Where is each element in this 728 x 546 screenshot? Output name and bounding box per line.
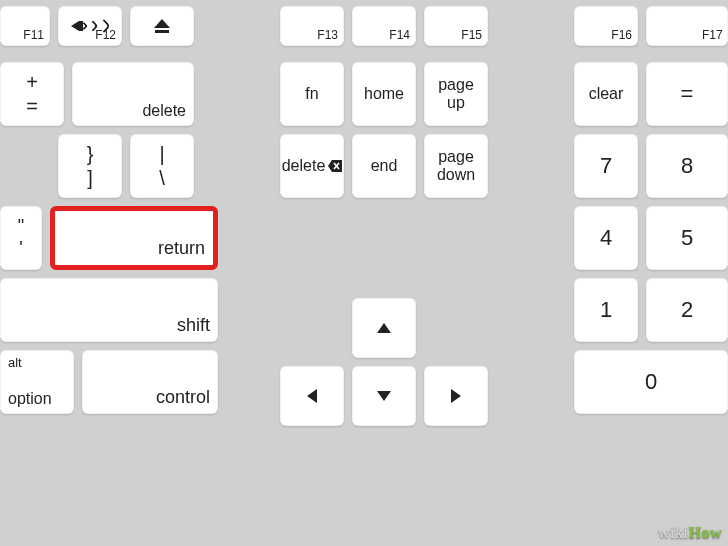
arrow-left-icon (280, 366, 344, 426)
key-label: delete (280, 134, 344, 198)
key-control[interactable]: control (82, 350, 218, 414)
label-bottom: up (447, 94, 465, 112)
key-label-stack: } ] (58, 134, 122, 198)
key-label: fn (280, 62, 344, 126)
key-label: 1 (574, 278, 638, 342)
key-fn[interactable]: fn (280, 62, 344, 126)
key-label-stack: | \ (130, 134, 194, 198)
key-return[interactable]: return (50, 206, 218, 270)
key-label: end (352, 134, 416, 198)
key-label: delete (142, 102, 186, 120)
key-shift[interactable]: shift (0, 278, 218, 342)
key-numpad-1[interactable]: 1 (574, 278, 638, 342)
arrow-down-icon (352, 366, 416, 426)
label-top: + (26, 70, 38, 94)
key-numpad-0[interactable]: 0 (574, 350, 728, 414)
key-label: 2 (646, 278, 728, 342)
key-numpad-8[interactable]: 8 (646, 134, 728, 198)
key-plus-equals[interactable]: + = (0, 62, 64, 126)
key-label: 0 (574, 350, 728, 414)
label-bottom: = (26, 94, 38, 118)
key-label: = (646, 62, 728, 126)
key-option[interactable]: alt option (0, 350, 74, 414)
key-eject[interactable] (130, 6, 194, 46)
key-f15[interactable]: F15 (424, 6, 488, 46)
watermark: wikiHow (658, 524, 722, 542)
key-f16[interactable]: F16 (574, 6, 638, 46)
key-f11[interactable]: F11 (0, 6, 50, 46)
key-label: control (156, 388, 210, 408)
key-page-down[interactable]: page down (424, 134, 488, 198)
arrow-right-icon (424, 366, 488, 426)
key-home[interactable]: home (352, 62, 416, 126)
key-label: 4 (574, 206, 638, 270)
key-backslash[interactable]: | \ (130, 134, 194, 198)
label-top: } (87, 142, 94, 166)
key-f13[interactable]: F13 (280, 6, 344, 46)
key-delete[interactable]: delete (72, 62, 194, 126)
key-label: shift (177, 316, 210, 336)
key-label: page down (424, 134, 488, 198)
key-label: 5 (646, 206, 728, 270)
label-top: " (18, 216, 24, 238)
key-forward-delete[interactable]: delete (280, 134, 344, 198)
label-text: delete (282, 157, 326, 175)
key-label: 7 (574, 134, 638, 198)
watermark-how: How (689, 524, 723, 541)
key-numpad-5[interactable]: 5 (646, 206, 728, 270)
key-label-stack: " ' (0, 206, 42, 270)
label-top: page (438, 76, 474, 94)
key-label-stack: + = (0, 62, 64, 126)
key-label: F11 (23, 29, 44, 42)
key-label: option (8, 390, 52, 408)
key-f12[interactable]: F12 (58, 6, 122, 46)
key-numpad-7[interactable]: 7 (574, 134, 638, 198)
key-arrow-left[interactable] (280, 366, 344, 426)
label-top: | (159, 142, 164, 166)
watermark-wiki: wiki (658, 524, 688, 541)
label-bottom: \ (159, 166, 165, 190)
key-label: home (352, 62, 416, 126)
key-label: F15 (461, 29, 482, 42)
label-bottom: down (437, 166, 475, 184)
key-label-alt: alt (8, 356, 22, 370)
key-label: 8 (646, 134, 728, 198)
key-end[interactable]: end (352, 134, 416, 198)
key-numpad-4[interactable]: 4 (574, 206, 638, 270)
key-page-up[interactable]: page up (424, 62, 488, 126)
key-arrow-up[interactable] (352, 298, 416, 358)
label-bottom: ] (87, 166, 93, 190)
key-label: page up (424, 62, 488, 126)
label-top: page (438, 148, 474, 166)
eject-icon (130, 6, 194, 46)
key-clear[interactable]: clear (574, 62, 638, 126)
key-f14[interactable]: F14 (352, 6, 416, 46)
key-bracket-close[interactable]: } ] (58, 134, 122, 198)
label-bottom: ' (19, 238, 22, 260)
key-label: return (158, 239, 205, 259)
key-label: F16 (611, 29, 632, 42)
key-label: F12 (95, 29, 116, 42)
key-label: F17 (702, 29, 723, 42)
key-numpad-2[interactable]: 2 (646, 278, 728, 342)
key-numpad-equals[interactable]: = (646, 62, 728, 126)
key-arrow-down[interactable] (352, 366, 416, 426)
key-quote[interactable]: " ' (0, 206, 42, 270)
key-label: F13 (317, 29, 338, 42)
key-label: F14 (389, 29, 410, 42)
key-f17[interactable]: F17 (646, 6, 728, 46)
arrow-up-icon (352, 298, 416, 358)
delete-icon (328, 160, 342, 172)
key-arrow-right[interactable] (424, 366, 488, 426)
key-label: clear (574, 62, 638, 126)
